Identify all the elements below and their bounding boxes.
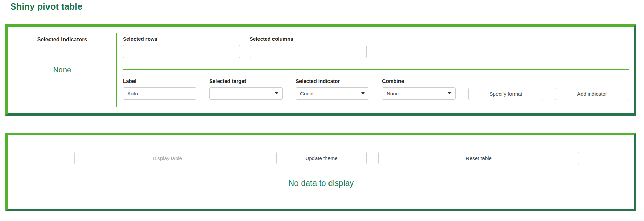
chevron-down-icon [448, 92, 451, 94]
specify-format-button[interactable]: Specify format [468, 88, 543, 100]
selected-indicators-value: None [8, 65, 116, 74]
label-field-group: Label [123, 78, 196, 100]
selected-indicators-heading: Selected indicators [8, 36, 116, 43]
update-theme-button[interactable]: Update theme [276, 152, 367, 164]
selected-indicator-select[interactable]: Count [296, 87, 369, 100]
selected-indicator-label: Selected indicator [296, 78, 369, 84]
combine-label: Combine [382, 78, 456, 84]
add-indicator-button[interactable]: Add indicator [555, 88, 629, 100]
selected-indicator-group: Selected indicator Count [296, 78, 369, 100]
selected-rows-input[interactable] [123, 45, 240, 58]
chevron-down-icon [275, 92, 278, 94]
label-input[interactable] [123, 87, 196, 100]
display-table-button[interactable]: Display table [74, 152, 260, 164]
combine-select[interactable]: None [382, 87, 456, 100]
horizontal-divider [123, 69, 629, 70]
selected-indicator-value: Count [300, 91, 314, 97]
table-output-panel: Display table Update theme Reset table N… [5, 133, 636, 211]
vertical-divider [116, 33, 117, 107]
selected-columns-group: Selected columns [250, 36, 367, 58]
selected-rows-label: Selected rows [123, 36, 240, 42]
indicator-config-panel: Selected indicators None Selected rows S… [5, 24, 636, 116]
reset-table-button[interactable]: Reset table [378, 152, 579, 164]
selected-columns-label: Selected columns [250, 36, 367, 42]
selected-target-select[interactable] [209, 87, 283, 100]
page-title: Shiny pivot table [10, 1, 82, 12]
no-data-message: No data to display [8, 178, 634, 188]
combine-value: None [387, 91, 399, 97]
selected-target-label: Selected target [209, 78, 283, 84]
selected-rows-group: Selected rows [123, 36, 240, 58]
selected-target-group: Selected target [209, 78, 283, 100]
selected-columns-input[interactable] [250, 45, 367, 58]
combine-group: Combine None [382, 78, 456, 100]
selected-indicators-column: Selected indicators None [8, 27, 116, 113]
chevron-down-icon [361, 92, 365, 94]
label-field-label: Label [123, 78, 196, 84]
